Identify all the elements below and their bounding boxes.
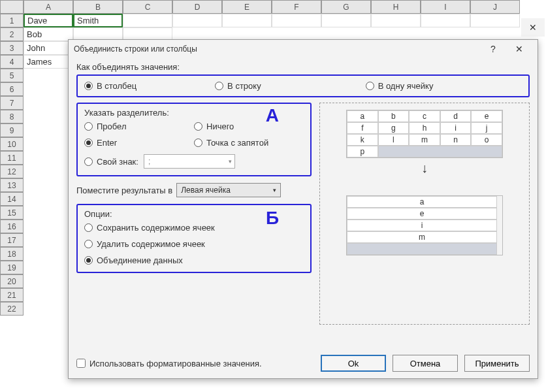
row-header-6[interactable]: 6 bbox=[0, 82, 24, 96]
col-header-A[interactable]: A bbox=[24, 0, 73, 14]
col-header-F[interactable]: F bbox=[272, 0, 321, 14]
preview-cell: k bbox=[347, 134, 378, 146]
preview-cell: d bbox=[440, 110, 472, 122]
row-header-18[interactable]: 18 bbox=[0, 247, 24, 261]
radio-icon bbox=[84, 139, 93, 147]
radio-sep-semicolon[interactable]: Точка с запятой bbox=[194, 138, 304, 148]
col-header-E[interactable]: E bbox=[222, 0, 272, 14]
cell[interactable] bbox=[222, 14, 272, 27]
radio-icon bbox=[215, 82, 223, 90]
cell-A3[interactable]: John bbox=[24, 41, 73, 55]
select-all-corner[interactable] bbox=[0, 0, 24, 14]
row-header-2[interactable]: 2 bbox=[0, 27, 24, 41]
ok-button[interactable]: Ok bbox=[321, 355, 386, 372]
row-header-10[interactable]: 10 bbox=[0, 137, 24, 151]
close-icon[interactable]: ✕ bbox=[521, 18, 545, 37]
row-header-21[interactable]: 21 bbox=[0, 288, 24, 302]
radio-into-cell[interactable]: В одну ячейку bbox=[366, 81, 434, 91]
preview-result-cell bbox=[347, 243, 497, 255]
apply-button[interactable]: Применить bbox=[464, 355, 530, 372]
preview-source-table: a b c d e f g h i j bbox=[346, 110, 503, 158]
radio-into-row[interactable]: В строку bbox=[215, 81, 261, 91]
arrow-down-icon: ↓ bbox=[327, 161, 522, 176]
cell[interactable] bbox=[272, 14, 321, 27]
cell[interactable] bbox=[172, 14, 222, 27]
place-value: Левая ячейка bbox=[181, 186, 231, 195]
row-header-14[interactable]: 14 bbox=[0, 192, 24, 206]
preview-result-cell: m bbox=[347, 231, 497, 243]
row-header-9[interactable]: 9 bbox=[0, 123, 24, 137]
options-group: Опции: Б Сохранить содержимое ячеек Удал… bbox=[76, 204, 312, 273]
col-header-H[interactable]: H bbox=[371, 0, 421, 14]
preview-cell: e bbox=[471, 110, 502, 122]
radio-opt-merge[interactable]: Объединение данных bbox=[84, 255, 304, 265]
cell-A1[interactable]: Dave bbox=[24, 14, 73, 27]
radio-label: Точка с запятой bbox=[206, 138, 268, 148]
formatted-values-checkbox[interactable]: Использовать форматированные значения. bbox=[76, 359, 314, 368]
row-header-19[interactable]: 19 bbox=[0, 261, 24, 274]
cell-A2[interactable]: Bob bbox=[24, 27, 73, 41]
cell[interactable] bbox=[421, 14, 470, 27]
preview-cell: l bbox=[378, 134, 410, 146]
preview-cell: n bbox=[440, 134, 472, 146]
annotation-a: А bbox=[266, 105, 279, 126]
radio-icon bbox=[194, 122, 202, 131]
cell-A4[interactable]: James bbox=[24, 55, 73, 69]
col-header-G[interactable]: G bbox=[321, 0, 371, 14]
radio-icon bbox=[194, 139, 202, 147]
cell[interactable] bbox=[371, 14, 421, 27]
merge-dialog: Объединисть строки или столбцы ? ✕ Как о… bbox=[68, 39, 538, 379]
radio-sep-space[interactable]: Пробел bbox=[84, 122, 194, 131]
row-header-20[interactable]: 20 bbox=[0, 274, 24, 288]
preview-result-cell: a bbox=[347, 196, 497, 208]
row-header-15[interactable]: 15 bbox=[0, 206, 24, 220]
row-header-7[interactable]: 7 bbox=[0, 96, 24, 110]
custom-separator-input[interactable]: ; ▾ bbox=[144, 154, 235, 169]
dialog-title: Объединисть строки или столбцы bbox=[74, 44, 480, 54]
row-header-4[interactable]: 4 bbox=[0, 55, 24, 69]
col-header-D[interactable]: D bbox=[172, 0, 222, 14]
row-header-8[interactable]: 8 bbox=[0, 110, 24, 123]
preview-cell: c bbox=[409, 110, 440, 122]
radio-icon bbox=[84, 122, 93, 131]
row-header-22[interactable]: 22 bbox=[0, 302, 24, 316]
cell[interactable] bbox=[470, 14, 520, 27]
col-header-B[interactable]: B bbox=[73, 0, 123, 14]
radio-label: Пробел bbox=[97, 122, 127, 131]
close-button[interactable]: ✕ bbox=[506, 44, 532, 54]
radio-icon bbox=[366, 82, 374, 90]
cell[interactable] bbox=[321, 14, 371, 27]
row-header-1[interactable]: 1 bbox=[0, 14, 24, 27]
cell-B1[interactable]: Smith bbox=[73, 14, 123, 27]
row-header-3[interactable]: 3 bbox=[0, 41, 24, 55]
preview-result-cell: i bbox=[347, 220, 497, 231]
checkbox-icon[interactable] bbox=[76, 359, 86, 368]
row-header-17[interactable]: 17 bbox=[0, 233, 24, 247]
preview-cell: p bbox=[347, 146, 378, 157]
dialog-titlebar: Объединисть строки или столбцы ? ✕ bbox=[69, 40, 538, 58]
cell[interactable] bbox=[123, 14, 172, 27]
radio-label: В столбец bbox=[97, 81, 136, 91]
row-header-11[interactable]: 11 bbox=[0, 151, 24, 165]
radio-sep-enter[interactable]: Enter bbox=[84, 138, 194, 148]
preview-cell: i bbox=[440, 122, 472, 134]
radio-label: В одну ячейку bbox=[378, 81, 434, 91]
radio-into-column[interactable]: В столбец bbox=[84, 81, 136, 91]
checkbox-label: Использовать форматированные значения. bbox=[89, 359, 262, 368]
row-header-13[interactable]: 13 bbox=[0, 178, 24, 192]
cancel-button[interactable]: Отмена bbox=[393, 355, 458, 372]
col-header-C[interactable]: C bbox=[123, 0, 172, 14]
radio-sep-custom[interactable]: Свой знак: bbox=[84, 157, 138, 167]
help-button[interactable]: ? bbox=[480, 44, 506, 54]
col-header-I[interactable]: I bbox=[421, 0, 470, 14]
chevron-down-icon: ▾ bbox=[273, 187, 276, 193]
col-header-J[interactable]: J bbox=[470, 0, 520, 14]
radio-sep-nothing[interactable]: Ничего bbox=[194, 122, 304, 131]
radio-opt-delete[interactable]: Удалить содержимое ячеек bbox=[84, 239, 304, 249]
radio-label: Сохранить содержимое ячеек bbox=[97, 223, 215, 233]
row-header-12[interactable]: 12 bbox=[0, 165, 24, 178]
row-header-16[interactable]: 16 bbox=[0, 220, 24, 233]
row-header-5[interactable]: 5 bbox=[0, 69, 24, 82]
radio-label: Объединение данных bbox=[97, 255, 183, 265]
place-dropdown[interactable]: Левая ячейка ▾ bbox=[176, 183, 281, 197]
